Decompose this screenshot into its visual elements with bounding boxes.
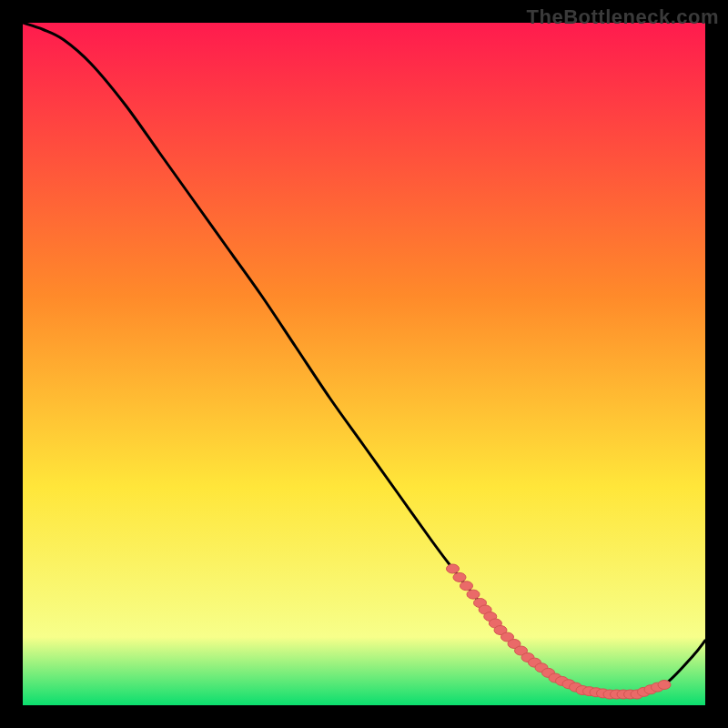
watermark-text: TheBottleneck.com (527, 5, 719, 29)
curve-marker (658, 681, 671, 690)
gradient-background (23, 23, 705, 705)
chart-stage: TheBottleneck.com (0, 0, 728, 728)
curve-marker (453, 572, 466, 581)
curve-marker (460, 581, 473, 591)
bottleneck-chart (23, 23, 705, 705)
curve-marker (447, 564, 460, 573)
curve-marker (467, 590, 480, 599)
